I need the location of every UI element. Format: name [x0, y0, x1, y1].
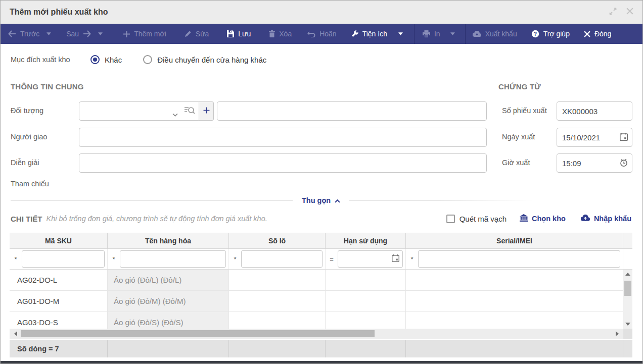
export-time-label: Giờ xuất: [502, 159, 530, 167]
document-title: CHỨNG TỪ: [498, 82, 632, 91]
delete-button[interactable]: Xóa: [269, 30, 292, 38]
detail-bar: CHI TIẾT Khi bỏ trống đơn giá, chương tr…: [11, 211, 631, 227]
filter-operator[interactable]: *: [108, 255, 120, 263]
horizontal-scrollbar[interactable]: [10, 329, 623, 339]
scroll-down-arrow[interactable]: [623, 320, 632, 329]
detail-note: Khi bỏ trống đơn giá, chương trình sẽ tự…: [47, 215, 267, 223]
row-count-label: Số dòng = 7: [10, 340, 108, 357]
arrow-left-icon: [8, 30, 16, 37]
window-close-button[interactable]: [625, 8, 634, 17]
save-button[interactable]: Lưu: [227, 30, 251, 38]
filter-lot-input[interactable]: [241, 250, 323, 268]
filter-operator[interactable]: *: [229, 255, 241, 263]
edit-button[interactable]: Sửa: [185, 30, 209, 38]
slip-number-label: Số phiếu xuất: [502, 107, 547, 115]
giver-input[interactable]: [79, 128, 487, 147]
table-row[interactable]: AG01-DO-M Áo gió (Đỏ/M) (Đỏ/M): [10, 291, 632, 312]
target-combobox[interactable]: [79, 101, 199, 121]
caret-down-icon: [398, 32, 403, 35]
filter-name-input[interactable]: [120, 250, 226, 268]
target-combobox-input[interactable]: [79, 101, 199, 121]
filter-serial-input[interactable]: [418, 250, 620, 268]
scroll-right-arrow[interactable]: [613, 329, 621, 339]
search-list-icon[interactable]: [184, 106, 195, 117]
close-icon: [584, 31, 590, 37]
table-filter-row: * * * = *: [10, 249, 632, 270]
undo-button[interactable]: Hoãn: [307, 30, 336, 38]
table-row[interactable]: AG02-DO-L Áo gió (Đỏ/L) (Đỏ/L): [10, 270, 632, 291]
detail-table: Mã SKU Tên hàng hóa Số lô Hạn sử dụng Se…: [10, 233, 632, 357]
vertical-scrollbar[interactable]: [623, 270, 632, 329]
vertical-scrollbar-thumb[interactable]: [624, 281, 631, 296]
chevron-down-icon: [172, 110, 178, 119]
column-header-serial[interactable]: Serial/IMEI: [406, 233, 623, 248]
detail-title: CHI TIẾT: [11, 215, 42, 223]
export-button[interactable]: Xuất khẩu: [473, 30, 517, 38]
utilities-button[interactable]: Tiện ích: [351, 30, 403, 38]
horizontal-scrollbar-thumb[interactable]: [21, 330, 375, 337]
barcode-scan-checkbox[interactable]: Quét mã vạch: [446, 215, 507, 223]
radio-option-other[interactable]: Khác: [90, 55, 122, 64]
table-header-row: Mã SKU Tên hàng hóa Số lô Hạn sử dụng Se…: [10, 233, 632, 249]
column-header-spacer: [623, 233, 632, 248]
scroll-up-arrow[interactable]: [623, 270, 632, 279]
column-header-product-name[interactable]: Tên hàng hóa: [108, 233, 229, 248]
filter-operator[interactable]: *: [10, 255, 22, 263]
export-date-label: Ngày xuất: [502, 133, 535, 141]
printer-icon: [423, 30, 430, 37]
column-header-lot[interactable]: Số lô: [229, 233, 326, 248]
table-body: AG02-DO-L Áo gió (Đỏ/L) (Đỏ/L) AG01-DO-M…: [10, 270, 632, 329]
alarm-clock-icon[interactable]: [620, 159, 628, 169]
title-bar: Thêm mới phiếu xuất kho: [1, 1, 642, 24]
column-header-expiry[interactable]: Hạn sử dụng: [326, 233, 406, 248]
pencil-icon: [185, 30, 192, 37]
filter-sku-input[interactable]: [22, 250, 105, 268]
calendar-icon[interactable]: [620, 133, 628, 143]
add-new-button[interactable]: Thêm mới: [123, 30, 166, 38]
print-button[interactable]: In: [423, 30, 455, 38]
close-button[interactable]: Đóng: [584, 30, 611, 38]
prev-button[interactable]: Trước: [8, 30, 51, 38]
collapse-row: Thu gọn: [11, 195, 631, 205]
plus-icon: [203, 107, 210, 116]
calendar-icon[interactable]: [392, 254, 399, 264]
target-label: Đối tượng: [11, 107, 43, 115]
save-icon: [227, 30, 234, 37]
plus-icon: [123, 31, 130, 37]
add-target-button[interactable]: [199, 101, 214, 121]
caret-down-icon: [47, 32, 51, 35]
dialog-title: Thêm mới phiếu xuất kho: [10, 8, 108, 17]
dialog-bottom-edge: [1, 361, 642, 363]
slip-number-input[interactable]: [557, 101, 632, 121]
scroll-left-arrow[interactable]: [12, 329, 20, 339]
wrench-icon: [351, 30, 358, 38]
toolbar-separator: [465, 24, 466, 44]
column-header-sku[interactable]: Mã SKU: [10, 233, 108, 248]
chevron-up-icon: [335, 196, 340, 204]
cloud-download-icon: [473, 31, 481, 37]
import-button[interactable]: Nhập khẩu: [581, 215, 631, 223]
purpose-label: Mục đích xuất kho: [11, 56, 90, 64]
next-button[interactable]: Sau: [66, 30, 103, 38]
table-row[interactable]: AG03-DO-S Áo gió (Đỏ/S) (Đỏ/S): [10, 312, 632, 329]
description-input[interactable]: [79, 153, 487, 173]
close-icon: [626, 8, 633, 17]
filter-operator[interactable]: =: [326, 255, 338, 263]
divider: [349, 200, 631, 201]
filter-operator[interactable]: *: [406, 255, 418, 263]
collapse-toggle[interactable]: Thu gọn: [302, 196, 340, 204]
help-button[interactable]: ? Trợ giúp: [531, 30, 570, 38]
export-slip-dialog: Thêm mới phiếu xuất kho Trước Sau: [0, 0, 643, 364]
caret-down-icon: [450, 32, 455, 35]
giver-label: Người giao: [11, 133, 47, 141]
target-name-input[interactable]: [217, 101, 487, 121]
general-info-section: THÔNG TIN CHUNG Đối tượng Người giao Diễ…: [11, 82, 487, 91]
maximize-button[interactable]: [608, 8, 617, 17]
expand-icon: [609, 8, 617, 17]
undo-icon: [307, 31, 315, 37]
trash-icon: [269, 30, 275, 37]
choose-warehouse-button[interactable]: Chọn kho: [520, 214, 566, 223]
scrollbar-corner: [623, 329, 632, 339]
radio-option-transfer[interactable]: Điều chuyển đến cửa hàng khác: [143, 55, 266, 64]
cloud-upload-icon: [581, 215, 590, 223]
